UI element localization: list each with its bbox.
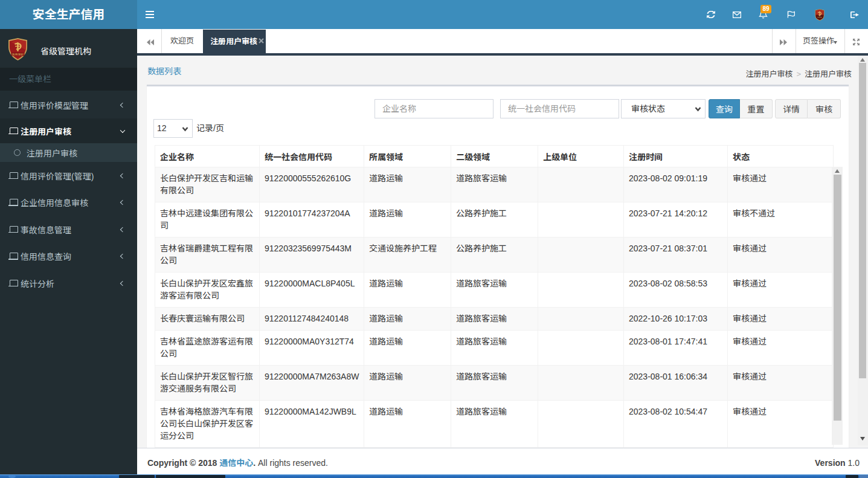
svg-text:信用保护: 信用保护 xyxy=(11,53,24,56)
